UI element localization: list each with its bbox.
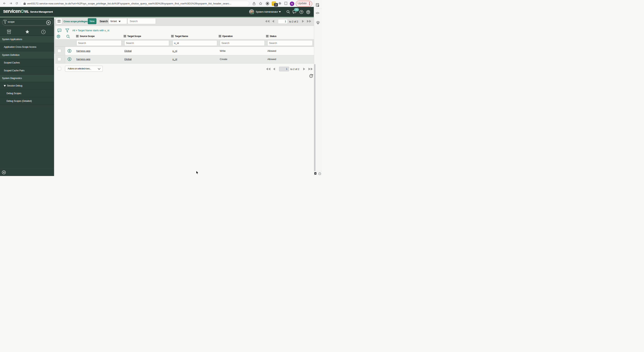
svg-text:?: ? <box>301 11 302 14</box>
svg-text:?: ? <box>319 173 320 175</box>
